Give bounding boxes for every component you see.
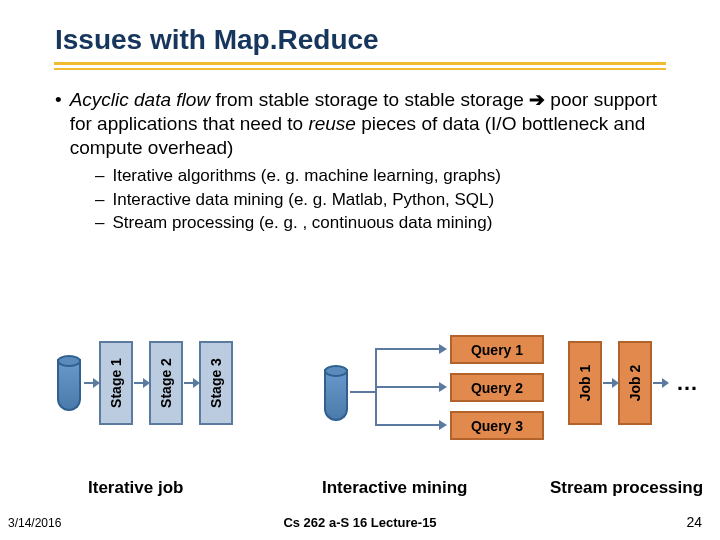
connector-line [375,424,440,426]
sub-bullet-text: Iterative algorithms (e. g. machine lear… [112,165,500,186]
sub-bullet-1: – Iterative algorithms (e. g. machine le… [95,165,675,186]
title-underline [54,62,666,76]
slide: Issues with Map.Reduce • Acyclic data fl… [0,0,720,540]
query-label: Query 3 [471,418,523,434]
arrow-right-icon: ➔ [529,89,545,110]
bullet-italic-2: reuse [308,113,356,134]
database-icon [324,365,348,421]
bullet-text: Acyclic data flow from stable storage to… [70,88,675,159]
arrow-icon [84,382,98,384]
sub-bullet-text: Interactive data mining (e. g. Matlab, P… [112,189,494,210]
stage-label: Stage 1 [108,358,124,408]
caption-stream: Stream processing [550,478,703,498]
bullet-italic-1: Acyclic data flow [70,89,210,110]
dash-icon: – [95,189,104,210]
sub-bullet-3: – Stream processing (e. g. , continuous … [95,212,675,233]
connector-line [375,348,440,350]
stage-box-2: Stage 2 [149,341,183,425]
arrow-icon [439,382,447,392]
footer-lecture: Cs 262 a-S 16 Lecture-15 [0,515,720,530]
slide-title: Issues with Map.Reduce [55,24,379,56]
database-icon [57,355,81,411]
arrow-icon [653,382,667,384]
sub-bullets: – Iterative algorithms (e. g. machine le… [95,165,675,233]
arrow-icon [603,382,617,384]
query-box-1: Query 1 [450,335,544,364]
caption-mining: Interactive mining [322,478,467,498]
caption-iterative: Iterative job [88,478,183,498]
job-box-2: Job 2 [618,341,652,425]
connector-line [350,391,375,393]
bullet-plain-1: from stable storage to stable storage [210,89,529,110]
job-box-1: Job 1 [568,341,602,425]
query-box-3: Query 3 [450,411,544,440]
iterative-job-diagram: Stage 1 Stage 2 Stage 3 [55,341,233,425]
job-label: Job 1 [577,365,593,402]
arrow-icon [439,420,447,430]
job-label: Job 2 [627,365,643,402]
stage-box-1: Stage 1 [99,341,133,425]
query-box-2: Query 2 [450,373,544,402]
sub-bullet-2: – Interactive data mining (e. g. Matlab,… [95,189,675,210]
stage-box-3: Stage 3 [199,341,233,425]
diagram-area: Stage 1 Stage 2 Stage 3 Query 1 Query 2 … [0,335,720,485]
stage-label: Stage 3 [208,358,224,408]
bullet-dot: • [55,88,62,112]
bullet-main: • Acyclic data flow from stable storage … [55,88,675,159]
dash-icon: – [95,212,104,233]
ellipsis: … [676,370,698,396]
stage-label: Stage 2 [158,358,174,408]
connector-line [375,386,440,388]
slide-body: • Acyclic data flow from stable storage … [55,88,675,235]
footer-page-number: 24 [686,514,702,530]
arrow-icon [134,382,148,384]
dash-icon: – [95,165,104,186]
interactive-mining-diagram: Query 1 Query 2 Query 3 [320,335,550,445]
sub-bullet-text: Stream processing (e. g. , continuous da… [112,212,492,233]
arrow-icon [439,344,447,354]
query-label: Query 2 [471,380,523,396]
query-label: Query 1 [471,342,523,358]
stream-processing-diagram: Job 1 Job 2 … [568,341,698,425]
arrow-icon [184,382,198,384]
